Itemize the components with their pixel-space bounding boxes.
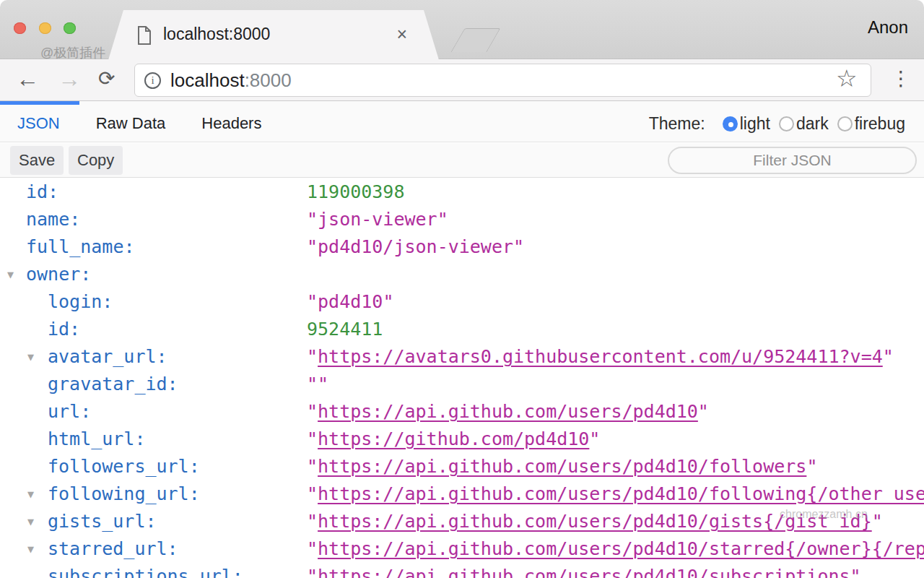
json-row: ▼ avatar_url: "https://avatars0.githubus… (0, 343, 924, 371)
page-info-icon[interactable]: i (144, 72, 161, 89)
quote: " (307, 209, 318, 230)
quote: " (383, 291, 393, 312)
theme-option-light[interactable]: light (723, 114, 770, 134)
minimize-window-button[interactable] (39, 22, 51, 34)
json-link[interactable]: https://api.github.com/users/pd4d10/foll… (318, 483, 924, 504)
quote: " (307, 456, 318, 477)
quote: " (307, 236, 318, 257)
address-bar[interactable]: i localhost:8000 (134, 64, 871, 97)
tab-raw-data[interactable]: Raw Data (79, 114, 185, 133)
browser-menu-icon[interactable]: ⋮ (891, 59, 911, 101)
collapse-arrow-icon[interactable]: ▼ (27, 480, 34, 508)
json-key: starred_url: (48, 535, 178, 563)
quote: " (806, 456, 817, 477)
json-value: "" (307, 371, 328, 398)
save-button[interactable]: Save (10, 146, 64, 175)
json-value: "https://api.github.com/users/pd4d10/fol… (307, 453, 817, 480)
json-value: "https://api.github.com/users/pd4d10" (307, 398, 709, 426)
json-value: "https://api.github.com/users/pd4d10/sub… (307, 563, 861, 578)
profile-name[interactable]: Anon (868, 17, 908, 38)
json-number: 9524411 (307, 319, 383, 340)
json-key: subscriptions_url: (48, 563, 243, 578)
radio-firebug-icon[interactable] (837, 116, 853, 131)
filter-json-input[interactable] (668, 147, 917, 174)
json-row: id: 119000398 (0, 178, 924, 206)
quote: " (307, 401, 318, 422)
radio-dark-icon[interactable] (779, 116, 794, 131)
json-link[interactable]: https://api.github.com/users/pd4d10 (318, 401, 698, 422)
theme-option-dark[interactable]: dark (779, 114, 829, 134)
browser-tab[interactable]: localhost:8000 × (108, 10, 439, 60)
json-key: following_url: (48, 480, 200, 508)
theme-firebug-label[interactable]: firebug (855, 114, 905, 134)
json-key: login: (48, 288, 113, 316)
json-key: html_url: (48, 426, 145, 453)
json-row: login: "pd4d10" (0, 288, 924, 316)
close-window-button[interactable] (14, 22, 26, 34)
viewer-tabs: JSON Raw Data Headers (0, 105, 280, 142)
json-row: subscriptions_url: "https://api.github.c… (0, 563, 924, 578)
tab-close-icon[interactable]: × (396, 10, 407, 60)
json-value: "pd4d10/json-viewer" (307, 233, 524, 261)
collapse-arrow-icon[interactable]: ▼ (27, 535, 34, 563)
json-value: "json-viewer" (307, 206, 448, 233)
copy-button[interactable]: Copy (69, 146, 123, 175)
json-key: gists_url: (48, 508, 157, 535)
json-key: avatar_url: (48, 343, 167, 371)
quote: " (698, 401, 709, 422)
back-icon[interactable]: ← (16, 59, 39, 101)
theme-option-firebug[interactable]: firebug (837, 114, 905, 134)
json-row: followers_url: "https://api.github.com/u… (0, 453, 924, 480)
quote: " (307, 428, 318, 449)
quote: " (872, 511, 883, 532)
json-key: owner: (26, 261, 91, 288)
tab-headers[interactable]: Headers (184, 114, 280, 133)
collapse-arrow-icon[interactable]: ▼ (27, 343, 34, 371)
json-key: id: (26, 178, 58, 206)
quote: " (850, 566, 861, 578)
json-key: id: (48, 316, 80, 343)
new-tab-button[interactable] (450, 28, 500, 52)
json-link[interactable]: https://api.github.com/users/pd4d10/subs… (318, 566, 850, 578)
json-value: "https://api.github.com/users/pd4d10/fol… (307, 480, 924, 508)
quote: " (437, 209, 448, 230)
json-key: full_name: (26, 233, 135, 261)
radio-light-icon[interactable] (723, 116, 738, 131)
json-string: pd4d10/json-viewer (318, 236, 513, 257)
reload-icon[interactable]: ⟳ (98, 59, 115, 101)
theme-dark-label[interactable]: dark (796, 114, 829, 134)
url-text: localhost:8000 (170, 69, 292, 92)
theme-light-label[interactable]: light (740, 114, 770, 134)
collapse-arrow-icon[interactable]: ▼ (7, 261, 14, 288)
json-row: html_url: "https://github.com/pd4d10" (0, 426, 924, 453)
json-row: name: "json-viewer" (0, 206, 924, 233)
json-key: gravatar_id: (48, 371, 178, 398)
json-string: json-viewer (318, 209, 437, 230)
json-link[interactable]: https://github.com/pd4d10 (318, 428, 589, 449)
quote: " (318, 374, 328, 394)
json-number: 119000398 (307, 181, 404, 202)
viewer-header: JSON Raw Data Headers Theme: light dark … (0, 101, 924, 142)
quote: " (307, 291, 318, 312)
quote: " (307, 346, 318, 367)
quote: " (883, 346, 894, 367)
json-link[interactable]: https://avatars0.githubusercontent.com/u… (318, 346, 883, 367)
tab-json[interactable]: JSON (0, 114, 79, 133)
json-key: name: (26, 206, 80, 233)
json-value: "https://avatars0.githubusercontent.com/… (307, 343, 894, 371)
collapse-arrow-icon[interactable]: ▼ (27, 508, 34, 535)
zoom-window-button[interactable] (64, 22, 76, 34)
quote: " (307, 483, 318, 504)
json-link[interactable]: https://api.github.com/users/pd4d10/foll… (318, 456, 806, 477)
json-value: "pd4d10" (307, 288, 393, 316)
json-key: followers_url: (48, 453, 200, 480)
theme-label: Theme: (649, 114, 705, 134)
url-host: localhost (170, 69, 245, 91)
json-link[interactable]: https://api.github.com/users/pd4d10/star… (318, 538, 924, 559)
bookmark-star-icon[interactable]: ☆ (836, 59, 858, 101)
browser-toolbar: ← → ⟳ i localhost:8000 ☆ ⋮ (0, 59, 924, 101)
watermark-content: chromezzamh.cn (780, 508, 868, 521)
quote: " (307, 511, 318, 532)
viewer-actions-bar: Save Copy (0, 143, 924, 178)
json-key: url: (48, 398, 91, 426)
